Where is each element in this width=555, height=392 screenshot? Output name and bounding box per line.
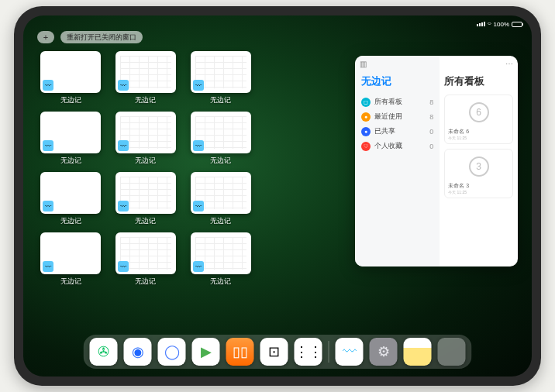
board-name: 未命名 3 (448, 182, 509, 190)
topbar: + 重新打开已关闭的窗口 (37, 31, 143, 43)
window-thumbnail[interactable]: 〰无边记 (112, 51, 180, 105)
window-thumbnail[interactable]: 〰无边记 (187, 51, 254, 105)
category-icon: ◻ (361, 98, 371, 107)
dock-app-books[interactable]: ▯▯ (226, 338, 254, 366)
category-label: 最近使用 (374, 112, 426, 122)
window-thumbnail[interactable]: 〰无边记 (112, 172, 180, 226)
window-thumbnail[interactable]: 〰无边记 (187, 172, 254, 226)
sidebar-item[interactable]: ◻所有看板8 (361, 95, 433, 109)
board-card[interactable]: 6未命名 6今天 11:25 (444, 95, 513, 144)
thumbnail-preview: 〰 (115, 232, 176, 274)
add-tab-button[interactable]: + (37, 31, 54, 43)
freeform-app-icon: 〰 (43, 261, 53, 272)
battery-icon (512, 22, 522, 27)
thumbnail-label: 无边记 (60, 95, 81, 105)
freeform-app-icon: 〰 (43, 201, 53, 211)
thumbnail-label: 无边记 (135, 277, 156, 287)
category-icon: ♡ (361, 142, 371, 151)
thumbnails-area: 〰无边记〰无边记〰无边记〰无边记〰无边记〰无边记〰无边记〰无边记〰无边记〰无边记… (37, 51, 343, 333)
status-bar: ⌔ 100% (23, 19, 532, 29)
window-thumbnail[interactable]: 〰无边记 (112, 232, 180, 287)
category-count: 0 (429, 128, 433, 136)
dock-app-media[interactable]: ▶ (192, 338, 220, 366)
dock-app-qqbrowser[interactable]: ◉ (124, 338, 152, 366)
category-label: 已共享 (374, 126, 426, 136)
thumbnail-preview: 〰 (115, 172, 176, 214)
dock-app-freeform[interactable]: 〰 (336, 338, 364, 366)
thumbnail-label: 无边记 (60, 216, 81, 226)
thumbnail-preview: 〰 (191, 51, 251, 93)
thumbnail-preview: 〰 (40, 172, 101, 214)
category-count: 0 (429, 143, 433, 150)
freeform-app-icon: 〰 (118, 140, 129, 151)
dock-app-wechat[interactable]: ✇ (90, 338, 118, 366)
screen: ⌔ 100% + 重新打开已关闭的窗口 〰无边记〰无边记〰无边记〰无边记〰无边记… (23, 15, 532, 377)
battery-pct: 100% (494, 21, 509, 28)
thumbnail-label: 无边记 (135, 95, 156, 105)
app-folder[interactable] (438, 338, 466, 366)
thumbnail-label: 无边记 (60, 156, 81, 166)
freeform-app-icon: 〰 (118, 201, 129, 211)
more-icon[interactable]: ⋯ (505, 60, 513, 68)
sidebar-item[interactable]: ♡个人收藏0 (361, 139, 433, 153)
popover-toolbar: ▥ ⋯ (360, 60, 513, 68)
category-icon: ● (361, 112, 371, 122)
board-date: 今天 11:25 (448, 190, 509, 194)
thumbnail-label: 无边记 (210, 95, 231, 105)
window-thumbnail[interactable]: 〰无边记 (37, 112, 105, 166)
signal-icon (477, 22, 485, 26)
thumbnail-preview: 〰 (191, 232, 251, 274)
wifi-icon: ⌔ (488, 21, 491, 28)
window-thumbnail[interactable]: 〰无边记 (187, 112, 254, 166)
thumbnail-preview: 〰 (115, 51, 176, 93)
reopen-closed-window-button[interactable]: 重新打开已关闭的窗口 (60, 31, 143, 43)
category-label: 个人收藏 (374, 141, 426, 151)
category-count: 8 (429, 98, 433, 106)
thumbnail-preview: 〰 (191, 112, 251, 153)
freeform-popover: ▥ ⋯ 无边记 ◻所有看板8●最近使用8●已共享0♡个人收藏0 所有看板 6未命… (355, 56, 518, 266)
thumbnails-grid: 〰无边记〰无边记〰无边记〰无边记〰无边记〰无边记〰无边记〰无边记〰无边记〰无边记… (37, 51, 254, 287)
ipad-device: ⌔ 100% + 重新打开已关闭的窗口 〰无边记〰无边记〰无边记〰无边记〰无边记… (14, 6, 541, 386)
freeform-app-icon: 〰 (193, 140, 204, 151)
board-preview: 6 (448, 98, 509, 126)
board-card[interactable]: 3未命名 3今天 11:25 (444, 149, 513, 198)
thumbnail-label: 无边记 (210, 277, 231, 287)
freeform-app-icon: 〰 (43, 80, 53, 91)
dock: ✇◉◯▶▯▯⊡⋮⋮〰⚙ (84, 335, 472, 369)
freeform-app-icon: 〰 (193, 201, 204, 211)
thumbnail-preview: 〰 (40, 232, 101, 274)
thumbnail-preview: 〰 (191, 172, 251, 214)
window-thumbnail[interactable]: 〰无边记 (37, 51, 105, 105)
category-count: 8 (429, 113, 433, 121)
sidebar-toggle-icon[interactable]: ▥ (360, 60, 367, 68)
dock-app-quark[interactable]: ◯ (158, 338, 186, 366)
popover-title: 无边记 (361, 74, 433, 88)
dock-app-notes[interactable] (404, 338, 432, 366)
thumbnail-preview: 〰 (40, 112, 101, 153)
window-thumbnail[interactable]: 〰无边记 (187, 232, 254, 287)
window-thumbnail[interactable]: 〰无边记 (37, 172, 105, 226)
window-thumbnail[interactable]: 〰无边记 (37, 232, 105, 287)
freeform-app-icon: 〰 (43, 140, 53, 151)
board-date: 今天 11:25 (448, 136, 509, 140)
category-label: 所有看板 (374, 97, 426, 107)
thumbnail-label: 无边记 (60, 277, 81, 287)
dock-app-settings[interactable]: ⚙ (370, 338, 398, 366)
thumbnail-preview: 〰 (115, 112, 176, 153)
status-right: ⌔ 100% (477, 21, 522, 28)
content-area: 〰无边记〰无边记〰无边记〰无边记〰无边记〰无边记〰无边记〰无边记〰无边记〰无边记… (37, 51, 518, 333)
freeform-app-icon: 〰 (118, 80, 129, 91)
board-preview: 3 (448, 153, 509, 181)
freeform-app-icon: 〰 (193, 80, 204, 91)
thumbnail-label: 无边记 (210, 156, 231, 166)
sidebar-item[interactable]: ●最近使用8 (361, 109, 433, 124)
dock-app-nodes[interactable]: ⋮⋮ (295, 338, 322, 366)
sidebar-item[interactable]: ●已共享0 (361, 124, 433, 139)
window-thumbnail[interactable]: 〰无边记 (112, 112, 180, 166)
freeform-app-icon: 〰 (193, 261, 204, 272)
dock-app-dice[interactable]: ⊡ (260, 338, 288, 366)
freeform-app-icon: 〰 (118, 261, 129, 272)
thumbnail-label: 无边记 (210, 216, 231, 226)
board-name: 未命名 6 (448, 128, 509, 136)
popover-right-title: 所有看板 (444, 74, 513, 88)
